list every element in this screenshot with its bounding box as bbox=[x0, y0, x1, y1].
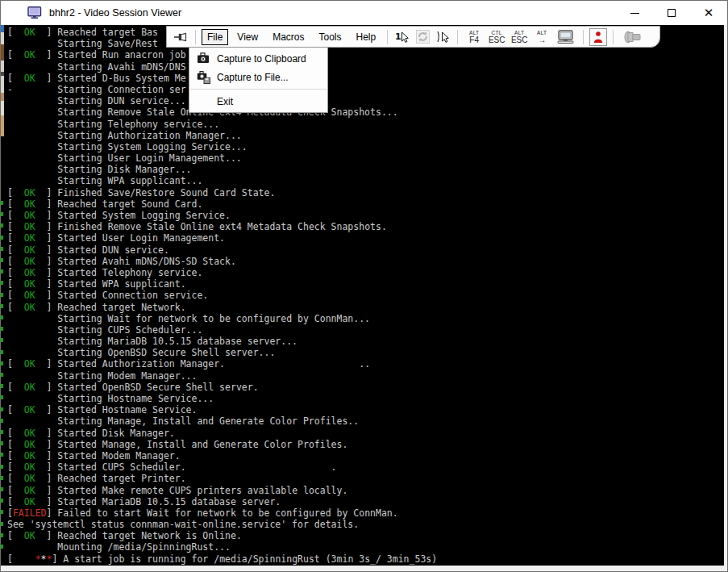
window-title: bhhr2 - Video Session Viewer bbox=[49, 7, 181, 19]
maximize-icon bbox=[668, 9, 676, 17]
terminal-line: Starting Modem Manager... bbox=[7, 370, 437, 382]
screen-edge-ticks bbox=[1, 201, 3, 553]
toolbar-separator bbox=[387, 30, 388, 44]
toolbar-separator bbox=[613, 30, 614, 44]
key-button-ctl-esc[interactable]: CTLESC bbox=[486, 28, 507, 46]
terminal-line: Starting OpenBSD Secure Shell server... bbox=[7, 347, 437, 358]
pin-toolbar-button[interactable] bbox=[172, 28, 189, 46]
terminal-line: [ ***] A start job is running for /media… bbox=[7, 553, 437, 565]
key-label-top: ALT bbox=[514, 30, 524, 35]
terminal-line: [ OK ] Started Telephony service. bbox=[7, 267, 437, 278]
terminal-line: Starting CUPS Scheduler... bbox=[7, 324, 437, 336]
terminal-line: [ OK ] Started OpenBSD Secure Shell serv… bbox=[7, 382, 437, 393]
toolbar-separator bbox=[457, 30, 458, 44]
minimize-icon bbox=[630, 13, 639, 14]
local-cursor-icon bbox=[435, 30, 450, 44]
single-cursor-button[interactable]: 1 bbox=[393, 28, 411, 46]
menu-item-capture-to-clipboard[interactable]: Capture to Clipboard bbox=[189, 49, 327, 68]
terminal-line: [ OK ] Started Connection service. bbox=[7, 290, 437, 301]
terminal-line: [ OK ] Started DUN service. bbox=[7, 244, 437, 256]
terminal-line: Starting Telephony service... bbox=[7, 119, 437, 130]
terminal-line: [ OK ] Reached target Network is Online. bbox=[7, 530, 437, 541]
menu-bar: FileViewMacrosToolsHelp bbox=[202, 29, 381, 45]
camera-file-icon bbox=[196, 71, 210, 84]
menu-item-label: Capture to Clipboard bbox=[217, 53, 306, 65]
terminal-line: Starting User Login Management... bbox=[7, 152, 437, 164]
user-icon bbox=[593, 31, 604, 44]
menubar-file[interactable]: File bbox=[202, 29, 228, 45]
terminal-line: [ OK ] Started Manage, Install and Gener… bbox=[7, 439, 437, 450]
terminal-line: Starting Hostname Service... bbox=[7, 393, 437, 404]
terminal-line: See 'systemctl status connman-wait-onlin… bbox=[7, 519, 437, 530]
terminal-line: [ OK ] Started Hostname Service. bbox=[7, 404, 437, 415]
key-label-bottom: F4 bbox=[469, 35, 479, 44]
terminal-line: [ OK ] Reached target Sound Card. bbox=[7, 198, 437, 210]
refresh-button[interactable] bbox=[414, 28, 431, 46]
terminal-line: Starting Wait for network to be configur… bbox=[7, 313, 437, 324]
terminal-line: [ OK ] Started Modem Manager. bbox=[7, 450, 437, 461]
single-cursor-icon: 1 bbox=[394, 30, 410, 44]
key-button-alt[interactable]: ALT→ bbox=[531, 28, 552, 46]
connect-icon bbox=[622, 31, 643, 44]
key-label-bottom: ESC bbox=[489, 35, 505, 44]
user-list-button[interactable] bbox=[589, 28, 607, 46]
terminal-line: [ OK ] Started Make remote CUPS printers… bbox=[7, 485, 437, 496]
local-cursor-button[interactable] bbox=[434, 28, 451, 46]
toolbar-separator bbox=[195, 30, 196, 44]
terminal-line: Starting Disk Manager... bbox=[7, 164, 437, 175]
menu-separator bbox=[190, 89, 327, 90]
terminal-line: [ OK ] Started Authorization Manager. .. bbox=[7, 358, 437, 370]
terminal-line: [ OK ] Finished Remove Stale Online ext4… bbox=[7, 221, 437, 232]
refresh-icon bbox=[416, 30, 430, 44]
terminal-line: Starting WPA supplicant... bbox=[7, 175, 437, 186]
session-toolbar: FileViewMacrosToolsHelp 1 ALTF4C bbox=[166, 26, 660, 48]
terminal-line: [ OK ] Started User Login Management. bbox=[7, 232, 437, 244]
title-bar: bhhr2 - Video Session Viewer ✕ bbox=[1, 1, 727, 25]
terminal-line: [ OK ] Started MariaDB 10.5.15 database … bbox=[7, 496, 437, 507]
terminal-line: [ OK ] Started System Logging Service. bbox=[7, 210, 437, 221]
pin-icon bbox=[173, 31, 188, 43]
menubar-help[interactable]: Help bbox=[351, 29, 382, 45]
terminal-line: Mounting /media/SpinningRust... bbox=[7, 541, 437, 553]
video-session-viewer-window: bhhr2 - Video Session Viewer ✕ [ OK ] Re… bbox=[0, 0, 728, 572]
minimize-button[interactable] bbox=[616, 1, 653, 25]
key-macro-bar: ALTF4CTLESCALTESCALT→ bbox=[464, 28, 552, 46]
terminal-line: [ OK ] Started CUPS Scheduler. . bbox=[7, 461, 437, 473]
key-label-top: CTL bbox=[492, 30, 502, 35]
menu-item-capture-to-file[interactable]: Capture to File... bbox=[189, 68, 327, 86]
terminal-line: [ OK ] Started WPA supplicant. bbox=[7, 278, 437, 290]
window-controls: ✕ bbox=[616, 1, 727, 25]
close-icon: ✕ bbox=[704, 7, 714, 19]
menu-item-exit[interactable]: Exit bbox=[189, 92, 327, 111]
menu-item-label: Exit bbox=[217, 96, 233, 107]
monitor-icon bbox=[556, 30, 576, 44]
svg-text:1: 1 bbox=[395, 31, 401, 42]
camera-icon bbox=[196, 52, 210, 65]
terminal-line: Starting MariaDB 10.5.15 database server… bbox=[7, 336, 437, 347]
terminal-line: Starting Authorization Manager... bbox=[7, 130, 437, 141]
terminal-line: [FAILED] Failed to start Wait for networ… bbox=[7, 507, 437, 519]
video-settings-button[interactable] bbox=[555, 28, 577, 46]
terminal-line: [ OK ] Started Avahi mDNS/DNS-SD Stack. bbox=[7, 256, 437, 267]
menubar-macros[interactable]: Macros bbox=[267, 29, 310, 45]
key-button-alt-esc[interactable]: ALTESC bbox=[509, 28, 530, 46]
terminal-line: [ OK ] Finished Save/Restore Sound Card … bbox=[7, 187, 437, 198]
maximize-button[interactable] bbox=[653, 1, 690, 25]
app-monitor-icon bbox=[27, 6, 42, 19]
connect-button[interactable] bbox=[619, 28, 647, 46]
key-button-alt-f4[interactable]: ALTF4 bbox=[464, 28, 485, 46]
menu-item-label: Capture to File... bbox=[217, 72, 289, 83]
terminal-line: Starting Manage, Install and Generate Co… bbox=[7, 415, 437, 427]
menubar-tools[interactable]: Tools bbox=[313, 29, 347, 45]
key-label-top: ALT bbox=[469, 30, 479, 35]
file-menu-dropdown: Capture to ClipboardCapture to File...Ex… bbox=[189, 47, 328, 113]
terminal-line: [ OK ] Reached target Network. bbox=[7, 302, 437, 313]
terminal-line: [ OK ] Reached target Printer. bbox=[7, 473, 437, 484]
close-button[interactable]: ✕ bbox=[690, 1, 727, 25]
menubar-view[interactable]: View bbox=[231, 29, 264, 45]
key-label-bottom: ESC bbox=[511, 35, 528, 44]
remote-screen-viewport[interactable]: [ OK ] Reached target Bas Starting Save/… bbox=[4, 25, 724, 566]
terminal-line: Starting System Logging Service... bbox=[7, 141, 437, 152]
key-label-top: ALT bbox=[537, 30, 547, 35]
key-label-bottom: → bbox=[538, 35, 546, 44]
